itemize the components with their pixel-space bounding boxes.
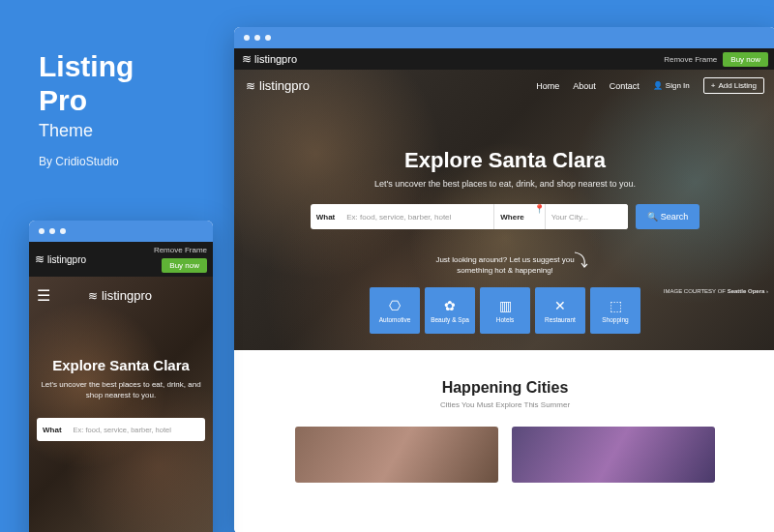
curved-arrow-icon bbox=[573, 251, 592, 270]
shopping-icon: ⬚ bbox=[610, 298, 622, 313]
automotive-icon: ⎔ bbox=[389, 298, 401, 313]
stack-icon bbox=[246, 78, 255, 93]
promo-title-block: ListingPro Theme By CridioStudio bbox=[39, 50, 134, 168]
window-dot-icon bbox=[265, 35, 271, 41]
hero-subheading: Let's uncover the best places to eat, dr… bbox=[234, 179, 774, 189]
city-card[interactable] bbox=[512, 427, 715, 483]
signin-link[interactable]: 👤Sign In bbox=[653, 81, 690, 90]
demo-bar: listingpro Remove Frame Buy now bbox=[29, 242, 213, 277]
spa-icon: ✿ bbox=[444, 298, 456, 313]
desktop-preview-frame: listingpro Remove Frame Buy now listingp… bbox=[234, 27, 774, 532]
section-sub: Cities You Must Explore This Summer bbox=[234, 400, 774, 409]
happening-cities-section: Happening Cities Cities You Must Explore… bbox=[234, 350, 774, 483]
brand-logo[interactable]: listingpro bbox=[35, 252, 86, 266]
main-nav: listingpro Home About Contact 👤Sign In +… bbox=[234, 70, 774, 102]
category-automotive[interactable]: ⎔Automotive bbox=[370, 287, 420, 334]
what-input[interactable]: Ex: food, service, barber, hotel bbox=[68, 426, 205, 434]
hamburger-menu-icon[interactable]: ☰ bbox=[37, 286, 50, 305]
what-input[interactable]: Ex: food, service, barber, hotel bbox=[341, 204, 493, 229]
hero-section: listingpro Home About Contact 👤Sign In +… bbox=[234, 70, 774, 350]
hero-heading: Explore Santa Clara bbox=[234, 148, 774, 173]
search-bar: What Ex: food, service, barber, hotel Wh… bbox=[234, 204, 774, 229]
what-label: What bbox=[37, 426, 68, 434]
what-label: What bbox=[311, 204, 342, 229]
product-byline: By CridioStudio bbox=[39, 155, 134, 168]
search-button[interactable]: 🔍Search bbox=[636, 204, 700, 229]
search-bar: What Ex: food, service, barber, hotel bbox=[37, 418, 205, 441]
stack-icon bbox=[242, 52, 252, 66]
nav-home[interactable]: Home bbox=[536, 81, 559, 91]
where-label: Where bbox=[493, 204, 529, 229]
remove-frame-link[interactable]: Remove Frame bbox=[664, 55, 717, 64]
hero-subheading: Let's uncover the best places to eat, dr… bbox=[39, 379, 203, 400]
hotel-icon: ▥ bbox=[499, 298, 512, 313]
window-dot-icon bbox=[39, 228, 45, 234]
category-tiles: ⎔Automotive ✿Beauty & Spa ▥Hotels ✕Resta… bbox=[234, 287, 774, 334]
nav-contact[interactable]: Contact bbox=[610, 81, 640, 91]
category-hotels[interactable]: ▥Hotels bbox=[480, 287, 530, 334]
product-name: ListingPro bbox=[39, 50, 134, 117]
city-card[interactable] bbox=[295, 427, 498, 483]
site-logo[interactable]: listingpro bbox=[88, 288, 152, 303]
where-input[interactable]: Your City... bbox=[545, 204, 628, 229]
site-logo[interactable]: listingpro bbox=[246, 78, 310, 93]
brand-logo[interactable]: listingpro bbox=[242, 52, 297, 66]
window-dot-icon bbox=[60, 228, 66, 234]
nav-about[interactable]: About bbox=[573, 81, 596, 91]
hero-section: ☰ listingpro Explore Santa Clara Let's u… bbox=[29, 277, 213, 532]
section-heading: Happening Cities bbox=[234, 379, 774, 397]
category-shopping[interactable]: ⬚Shopping bbox=[590, 287, 640, 334]
plus-icon: + bbox=[711, 81, 716, 90]
restaurant-icon: ✕ bbox=[554, 298, 566, 313]
search-icon: 🔍 bbox=[647, 212, 658, 222]
stack-icon bbox=[35, 252, 45, 266]
window-dot-icon bbox=[49, 228, 55, 234]
add-listing-button[interactable]: +Add Listing bbox=[703, 77, 764, 94]
buy-now-button[interactable]: Buy now bbox=[162, 258, 207, 273]
category-restaurant[interactable]: ✕Restaurant bbox=[535, 287, 585, 334]
pin-icon: 📍 bbox=[530, 204, 545, 229]
window-controls bbox=[234, 27, 774, 48]
demo-bar: listingpro Remove Frame Buy now bbox=[234, 48, 774, 70]
stack-icon bbox=[88, 288, 98, 303]
hero-heading: Explore Santa Clara bbox=[39, 357, 203, 373]
suggest-text: Just looking around? Let us suggest yous… bbox=[234, 254, 774, 276]
window-dot-icon bbox=[254, 35, 260, 41]
mobile-preview-frame: listingpro Remove Frame Buy now ☰ listin… bbox=[29, 221, 213, 532]
image-credit: IMAGE COURTESY OF Seattle Opera › bbox=[664, 288, 768, 294]
user-icon: 👤 bbox=[653, 81, 663, 90]
category-beauty[interactable]: ✿Beauty & Spa bbox=[425, 287, 475, 334]
product-subtitle: Theme bbox=[39, 121, 134, 141]
window-dot-icon bbox=[244, 35, 250, 41]
window-controls bbox=[29, 221, 213, 242]
remove-frame-link[interactable]: Remove Frame bbox=[154, 246, 207, 254]
buy-now-button[interactable]: Buy now bbox=[723, 52, 768, 67]
